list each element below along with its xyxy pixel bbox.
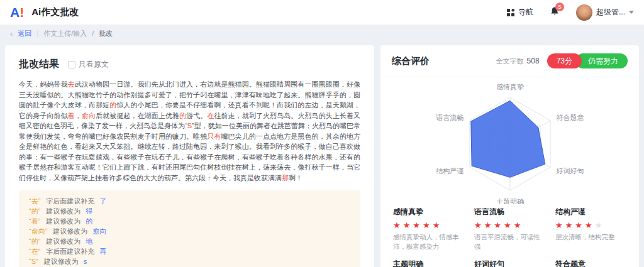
nav-menu-button[interactable]: 导航 [506,7,533,18]
suggestion-replacement: 地 [86,237,92,245]
star-rating: ★★★★★ [474,221,545,230]
star-icon: ★ [484,221,494,230]
suggestion-replacement: s [84,258,87,265]
user-menu[interactable]: 超级管... [576,4,634,21]
suggestion-row[interactable]: “去”字后面建议补充了 [29,196,350,206]
rating-title: 符合题意 [555,259,626,267]
user-name: 超级管... [596,7,625,18]
breadcrumb-back-link[interactable]: 返回 [18,29,31,38]
breadcrumb-slash: / [92,30,94,37]
grade-badge: 仍需努力 [575,53,628,68]
breadcrumb-current: 批改 [99,29,113,38]
suggestion-row[interactable]: “着”建议修改为的 [29,216,350,226]
avatar [576,4,592,21]
essay-text: 啊！ [289,174,303,182]
suggestion-row[interactable]: “的”建议修改为地 [29,236,350,246]
word-count-label: 全文字数 [496,57,524,66]
suggestion-replacement: 愈向 [92,227,106,235]
checkbox-icon [68,61,75,68]
breadcrumb-section[interactable]: 作文上传/输入 [43,29,87,38]
essay-error-word[interactable]: 只有 [207,133,221,140]
main-content: 批改结果 只看原文 今天，妈妈带我去武汉动物园一日游。我们先从北门进入，右边就是… [0,41,644,267]
rating-block: 结构严谨★★★★★层次清晰，结构完整 [555,207,626,251]
suggestion-word: “的” [29,237,40,245]
suggestion-row[interactable]: “在”字后面建议补充再 [29,246,350,256]
rating-title: 语言流畅 [474,207,545,217]
checkbox-label: 只看原文 [79,59,109,70]
suggestion-list: “去”字后面建议补充了“的”建议修改为得“着”建议修改为的“俞向”建议修改为愈向… [19,190,360,267]
suggestion-row[interactable]: “的”建议修改为得 [29,206,350,216]
suggestion-action: 建议修改为 [53,227,87,235]
app-title: Ai作文批改 [31,6,79,18]
star-icon: ★ [575,221,585,230]
essay-error-word[interactable]: 着 [68,112,75,119]
star-icon: ★ [595,221,605,230]
essay-error-word[interactable]: 那 [282,174,289,182]
suggestion-word: “的” [29,207,40,215]
chevron-left-icon: ‹ [10,29,13,38]
star-icon: ★ [504,221,514,230]
rating-title: 感情真挚 [393,207,464,217]
essay-error-word[interactable]: 在 [207,112,214,119]
suggestion-replacement: 了 [99,197,106,205]
suggestion-replacement: 得 [86,207,92,215]
logo-exclamation: ! [19,5,24,20]
notifications-button[interactable]: 5 [550,6,560,19]
rating-block: 主题明确★★★★★主题基本明确 [393,259,464,267]
suggestion-action: 字后面建议补充 [46,197,94,205]
rating-description: 语言平滑流畅，可读性强 [474,232,545,251]
breadcrumb: ‹ 返回 | 作文上传/输入 / 批改 [0,25,644,41]
essay-error-word[interactable]: 俞向 [82,112,96,119]
star-icon: ★ [585,221,595,230]
suggestion-replacement: 的 [86,217,92,225]
rating-block: 感情真挚★★★★★感情真挚动人，情感丰沛，极富感染力 [393,207,464,251]
star-icon: ★ [393,221,403,230]
star-icon: ★ [555,221,565,230]
star-icon: ★ [474,221,484,230]
radar-chart: 感情真挚符合题意好词好句主题明确结构严谨语言流畅 [380,77,639,204]
essay-text: 游弋。 [186,112,207,119]
essay-text: ， [75,112,82,119]
chevron-down-icon [629,11,634,14]
svg-text:语言流畅: 语言流畅 [435,114,464,121]
rating-description: 感情真挚动人，情感丰沛，极富感染力 [393,232,464,251]
nav-label: 导航 [518,7,533,18]
star-rating: ★★★★★ [555,221,626,230]
star-icon: ★ [565,221,575,230]
app-header: A! Ai作文批改 导航 5 超级管... [0,0,644,25]
essay-error-word[interactable]: 的 [179,112,186,119]
star-rating: ★★★★★ [393,221,464,230]
essay-text: 今天，妈妈带我 [19,80,68,88]
app-logo: A! [10,5,24,20]
logo-letter: A [10,5,19,20]
breadcrumb-separator: | [36,30,38,37]
score-badge: 73分 [547,53,582,68]
star-icon: ★ [514,221,524,230]
evaluation-panel: 综合评价 全文字数 508 73分 仍需努力 感情真挚符合题意好词好句主题明确结… [380,45,639,267]
essay-error-word[interactable]: 去 [68,80,75,88]
apps-grid-icon [506,8,515,17]
star-icon: ★ [413,221,423,230]
rating-block: 符合题意★★★★★能较好地把握题目要求，文章符合题意 [555,259,626,267]
star-icon: ★ [403,221,413,230]
rating-description: 层次清晰，结构完整 [555,232,626,242]
suggestion-action: 建议修改为 [46,217,80,225]
suggestion-word: “S” [29,258,38,265]
suggestion-replacement: 再 [99,248,106,255]
rating-title: 结构严谨 [555,207,626,217]
rating-block: 语言流畅★★★★★语言平滑流畅，可读性强 [474,207,545,251]
suggestion-row[interactable]: “俞向”建议修改为愈向 [29,226,350,236]
view-original-checkbox[interactable]: 只看原文 [68,59,109,70]
correction-result-panel: 批改结果 只看原文 今天，妈妈带我去武汉动物园一日游。我们先从北门进入，右边就是… [5,45,374,267]
star-icon: ★ [494,221,504,230]
suggestion-action: 建议修改为 [46,237,80,245]
radar-chart-svg: 感情真挚符合题意好词好句主题明确结构严谨语言流畅 [397,84,623,204]
notification-badge: 5 [555,3,564,11]
rating-title: 主题明确 [393,259,464,267]
suggestion-row[interactable]: “S”建议修改为s [29,256,350,266]
essay-error-word[interactable]: 的 [109,101,116,109]
suggestion-action: 建议修改为 [44,258,79,265]
svg-text:好词好句: 好词好句 [555,167,584,175]
essay-content: 今天，妈妈带我去武汉动物园一日游。我们先从北门进入，右边就是熊猫园。熊猫眼睛周围… [19,79,360,183]
suggestion-action: 建议修改为 [46,207,80,215]
